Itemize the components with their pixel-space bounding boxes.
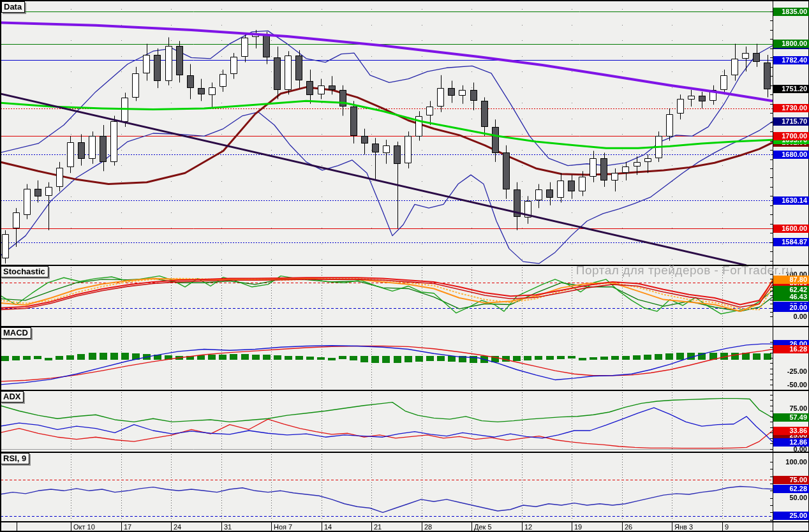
date-label: 31 bbox=[224, 523, 232, 531]
watermark: Портал для трейдеров - ForTrader.ru bbox=[576, 263, 793, 277]
price-label-main-183500: 1835.00 bbox=[773, 8, 809, 16]
price-label-macd-1628: 16.28 bbox=[773, 345, 809, 353]
tab-macd[interactable]: MACD bbox=[1, 327, 31, 339]
date-label: 17 bbox=[124, 523, 131, 531]
price-label-main-168000: 1680.00 bbox=[773, 151, 809, 159]
tab-data[interactable]: Data bbox=[1, 1, 25, 13]
price-label-main-170000: 1700.00 bbox=[773, 132, 809, 140]
price-label-main-171570: 1715.70 bbox=[773, 117, 809, 126]
price-label-rsi-5000: 50.00 bbox=[773, 494, 809, 502]
price-label-adx-5749: 57.49 bbox=[773, 413, 809, 422]
tab-adx[interactable]: ADX bbox=[1, 391, 24, 403]
price-label-adx-000: 0.00 bbox=[773, 445, 809, 454]
price-label-rsi-10000: 100.00 bbox=[773, 458, 809, 466]
tab-rsi[interactable]: RSI, 9 bbox=[1, 453, 29, 464]
price-label-main-173000: 1730.00 bbox=[773, 104, 809, 112]
price-label-macd--2500: -25.00 bbox=[773, 367, 809, 376]
date-label: 9 bbox=[725, 523, 729, 531]
price-label-adx-3386: 33.86 bbox=[773, 427, 809, 435]
date-label: 12 bbox=[524, 523, 532, 531]
date-label: Окт 10 bbox=[73, 523, 95, 531]
date-label: 21 bbox=[374, 523, 382, 531]
chart-application-window: Data Stochastic MACD ADX RSI, 9 1798.641… bbox=[0, 0, 809, 532]
price-label-rsi-7500: 75.00 bbox=[773, 476, 809, 484]
tab-stochastic[interactable]: Stochastic bbox=[1, 266, 48, 277]
price-label-main-180000: 1800.00 bbox=[773, 40, 809, 48]
date-label: 14 bbox=[324, 523, 332, 531]
price-label-main-175120: 1751.20 bbox=[773, 85, 809, 93]
price-label-main-163014: 1630.14 bbox=[773, 196, 809, 205]
date-label: 19 bbox=[574, 523, 582, 531]
price-label-main-178240: 1782.40 bbox=[773, 56, 809, 64]
date-label: 24 bbox=[174, 523, 181, 531]
price-label-adx-7500: 75.00 bbox=[773, 404, 809, 413]
price-label-stoch-000: 0.00 bbox=[773, 313, 809, 321]
price-label-main-158487: 1584.87 bbox=[773, 238, 809, 246]
price-label-rsi-6228: 62.28 bbox=[773, 485, 809, 493]
date-label: 28 bbox=[424, 523, 432, 531]
price-label-stoch-4643: 46.43 bbox=[773, 293, 809, 301]
price-label-main-160000: 1600.00 bbox=[773, 225, 809, 233]
date-label: Ноя 7 bbox=[274, 523, 292, 531]
price-label-rsi-2500: 25.00 bbox=[773, 512, 809, 520]
date-label: 26 bbox=[625, 523, 632, 531]
price-label-stoch-2000: 20.00 bbox=[773, 304, 809, 312]
date-label: Янв 3 bbox=[674, 523, 693, 531]
date-label: Дек 5 bbox=[474, 523, 492, 531]
price-label-macd--5000: -50.00 bbox=[773, 381, 809, 389]
